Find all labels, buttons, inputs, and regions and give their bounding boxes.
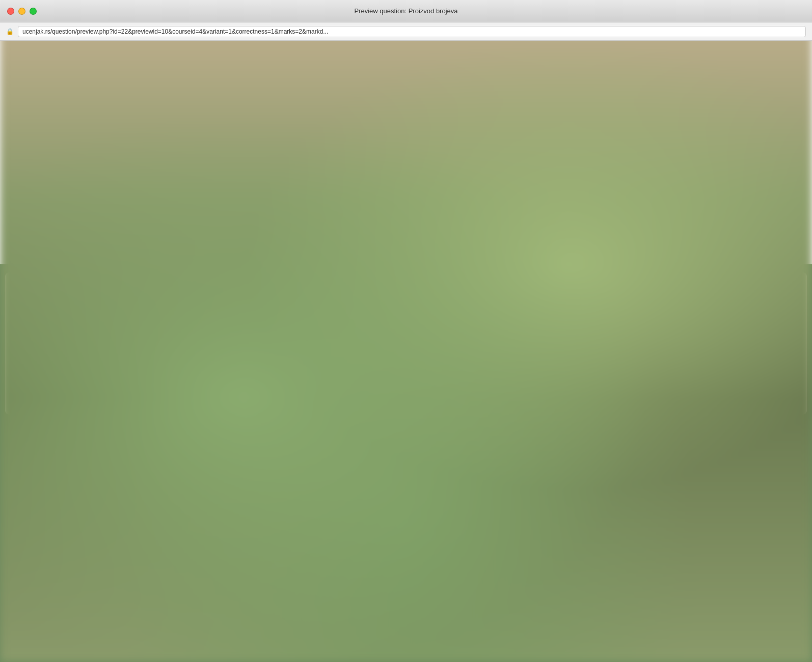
close-button[interactable] <box>7 8 14 15</box>
minimize-button[interactable] <box>18 8 25 15</box>
background <box>0 0 812 662</box>
url-bar[interactable]: ucenjak.rs/question/preview.php?id=22&pr… <box>18 26 806 37</box>
addressbar: 🔒 ucenjak.rs/question/preview.php?id=22&… <box>0 22 812 41</box>
titlebar: Preview question: Proizvod brojeva <box>0 0 812 22</box>
maximize-button[interactable] <box>30 8 37 15</box>
window-title: Preview question: Proizvod brojeva <box>354 7 457 15</box>
window-controls <box>7 8 37 15</box>
lock-icon: 🔒 <box>6 28 14 35</box>
